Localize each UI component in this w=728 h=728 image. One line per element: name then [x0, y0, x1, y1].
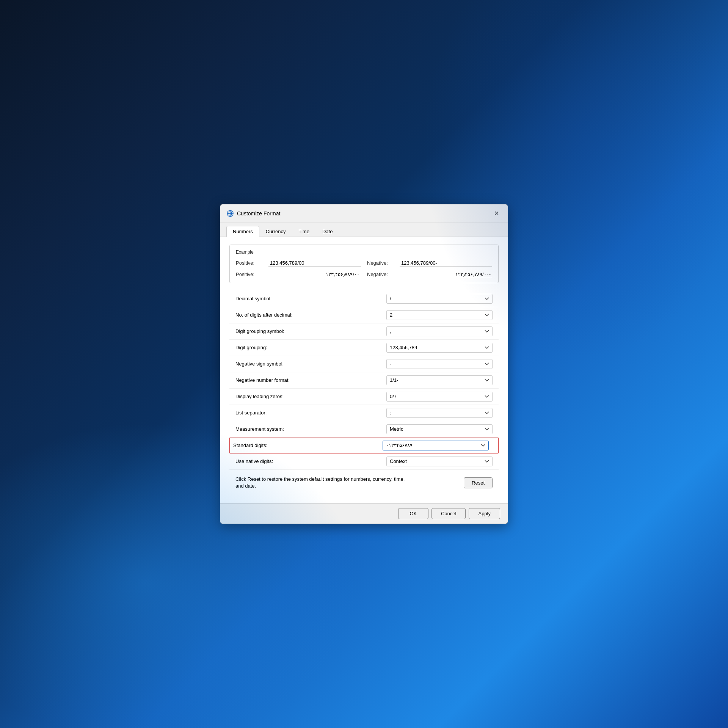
example-positive-label-1: Positive: [236, 260, 262, 266]
setting-select-10[interactable]: ContextNeverAlways [386, 457, 493, 466]
example-negative-value-1: 123,456,789/00- [400, 259, 492, 267]
title-bar-left: Customize Format [226, 210, 280, 217]
setting-control-4: -()+ [386, 359, 493, 369]
setting-control-9: ۰۱۲۳۴۵۶۷۸۹0123456789 [383, 441, 489, 450]
setting-select-3[interactable]: 123,456,78912345678912,34,56,789 [386, 343, 493, 353]
footer: OK Cancel Apply [220, 503, 508, 524]
customize-format-dialog: Customize Format ✕ Numbers Currency Time… [220, 204, 508, 524]
title-bar: Customize Format ✕ [220, 204, 508, 223]
settings-row-8: Measurement system:MetricU.S.U.K. [229, 421, 499, 438]
example-negative-value-2: -۱۲۳٫۴۵۶٫۷۸۹/۰۰ [400, 271, 492, 278]
tab-currency[interactable]: Currency [259, 226, 292, 237]
reset-section: Click Reset to restore the system defaul… [229, 470, 499, 496]
example-positive-value-1: 123,456,789/00 [268, 259, 361, 267]
setting-label-3: Digit grouping: [229, 345, 386, 350]
setting-select-1[interactable]: 01234 [386, 310, 493, 320]
tab-numbers[interactable]: Numbers [226, 226, 259, 237]
setting-label-7: List separator: [229, 410, 386, 416]
setting-label-1: No. of digits after decimal: [229, 312, 386, 318]
setting-control-0: /., [386, 294, 493, 304]
settings-row-7: List separator::;, [229, 405, 499, 421]
tab-time[interactable]: Time [292, 226, 316, 237]
setting-control-2: ,. [386, 326, 493, 336]
settings-row-3: Digit grouping:123,456,78912345678912,34… [229, 340, 499, 356]
setting-control-3: 123,456,78912345678912,34,56,789 [386, 343, 493, 353]
ok-button[interactable]: OK [398, 508, 428, 519]
settings-row-6: Display leading zeros:0/70.7.7 [229, 389, 499, 405]
example-label: Example [236, 249, 492, 255]
settings-container: Decimal symbol:/.,No. of digits after de… [229, 291, 499, 470]
example-row-1: Positive: 123,456,789/00 Negative: 123,4… [236, 259, 492, 267]
tab-date[interactable]: Date [316, 226, 339, 237]
example-box: Example Positive: 123,456,789/00 Negativ… [229, 245, 499, 283]
cancel-button[interactable]: Cancel [431, 508, 466, 519]
setting-select-5[interactable]: 1/1--1/1(1/1) [386, 375, 493, 385]
setting-label-8: Measurement system: [229, 426, 386, 432]
example-positive-value-2: ۱۲۳٫۴۵۶٫۷۸۹/۰۰ [268, 271, 361, 278]
setting-label-10: Use native digits: [229, 458, 386, 464]
setting-label-5: Negative number format: [229, 377, 386, 383]
setting-label-0: Decimal symbol: [229, 296, 386, 301]
setting-label-6: Display leading zeros: [229, 394, 386, 399]
example-negative-label-2: Negative: [367, 271, 394, 277]
tabs-bar: Numbers Currency Time Date [220, 223, 508, 237]
settings-row-1: No. of digits after decimal:01234 [229, 307, 499, 323]
setting-control-6: 0/70.7.7 [386, 392, 493, 402]
setting-select-9[interactable]: ۰۱۲۳۴۵۶۷۸۹0123456789 [383, 441, 489, 450]
setting-control-8: MetricU.S.U.K. [386, 424, 493, 434]
settings-row-10: Use native digits:ContextNeverAlways [229, 453, 499, 470]
setting-control-5: 1/1--1/1(1/1) [386, 375, 493, 385]
example-negative-label-1: Negative: [367, 260, 394, 266]
reset-text: Click Reset to restore the system defaul… [235, 476, 410, 490]
setting-control-7: :;, [386, 408, 493, 418]
setting-control-10: ContextNeverAlways [386, 457, 493, 466]
setting-label-2: Digit grouping symbol: [229, 328, 386, 334]
example-row-2: Positive: ۱۲۳٫۴۵۶٫۷۸۹/۰۰ Negative: -۱۲۳٫… [236, 271, 492, 278]
globe-icon [226, 210, 234, 217]
setting-select-2[interactable]: ,. [386, 326, 493, 336]
settings-row-5: Negative number format:1/1--1/1(1/1) [229, 372, 499, 389]
settings-row-9: Standard digits:۰۱۲۳۴۵۶۷۸۹0123456789 [229, 438, 499, 453]
settings-row-2: Digit grouping symbol:,. [229, 323, 499, 340]
apply-button[interactable]: Apply [469, 508, 500, 519]
main-content: Example Positive: 123,456,789/00 Negativ… [220, 237, 508, 503]
setting-label-9: Standard digits: [233, 442, 383, 448]
example-positive-label-2: Positive: [236, 271, 262, 277]
reset-button[interactable]: Reset [464, 477, 493, 488]
settings-row-4: Negative sign symbol:-()+ [229, 356, 499, 372]
dialog-title: Customize Format [237, 210, 280, 217]
close-button[interactable]: ✕ [491, 208, 502, 219]
setting-control-1: 01234 [386, 310, 493, 320]
setting-label-4: Negative sign symbol: [229, 361, 386, 367]
setting-select-6[interactable]: 0/70.7.7 [386, 392, 493, 402]
setting-select-4[interactable]: -()+ [386, 359, 493, 369]
setting-select-8[interactable]: MetricU.S.U.K. [386, 424, 493, 434]
setting-select-0[interactable]: /., [386, 294, 493, 304]
settings-row-0: Decimal symbol:/., [229, 291, 499, 307]
setting-select-7[interactable]: :;, [386, 408, 493, 418]
